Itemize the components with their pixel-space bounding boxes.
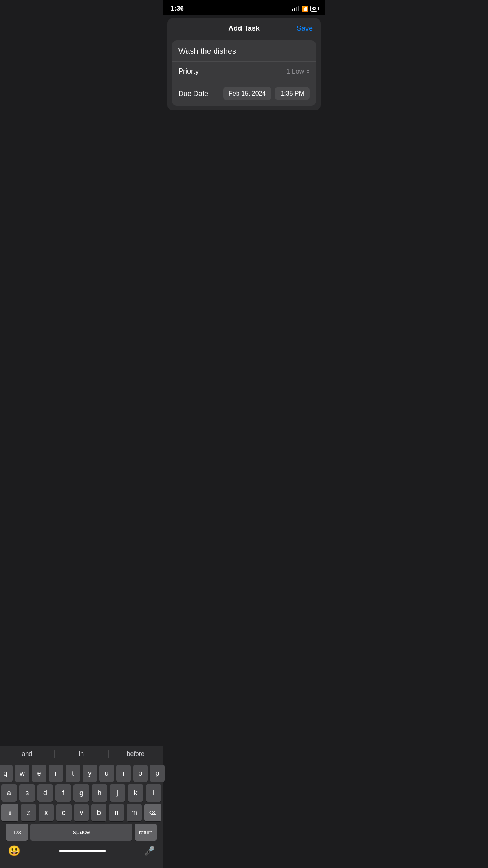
add-task-modal: Add Task Save Priorty 1 Low Due Date Feb… [167, 18, 321, 110]
due-date-label: Due Date [178, 90, 219, 98]
task-input-row [172, 40, 316, 62]
wifi-icon: 📶 [301, 6, 308, 12]
status-icons: 📶 82 [292, 6, 317, 12]
background-area [163, 114, 325, 192]
status-bar: 1:36 📶 82 [163, 0, 325, 15]
date-picker-button[interactable]: Feb 15, 2024 [223, 87, 271, 100]
time-picker-button[interactable]: 1:35 PM [275, 87, 310, 100]
priority-label: Priorty [178, 67, 199, 75]
modal-header: Add Task Save [167, 18, 321, 39]
signal-icon [292, 6, 299, 11]
priority-text: 1 Low [286, 68, 304, 75]
priority-value[interactable]: 1 Low [286, 68, 310, 75]
priority-row[interactable]: Priorty 1 Low [172, 62, 316, 81]
modal-title: Add Task [228, 24, 260, 33]
task-name-input[interactable] [178, 47, 310, 56]
due-date-row: Due Date Feb 15, 2024 1:35 PM [172, 81, 316, 106]
priority-chevron-icon [306, 69, 310, 74]
form-card: Priorty 1 Low Due Date Feb 15, 2024 1:35… [172, 40, 316, 106]
battery-icon: 82 [310, 6, 317, 12]
save-button[interactable]: Save [297, 24, 313, 33]
status-time: 1:36 [171, 5, 184, 13]
